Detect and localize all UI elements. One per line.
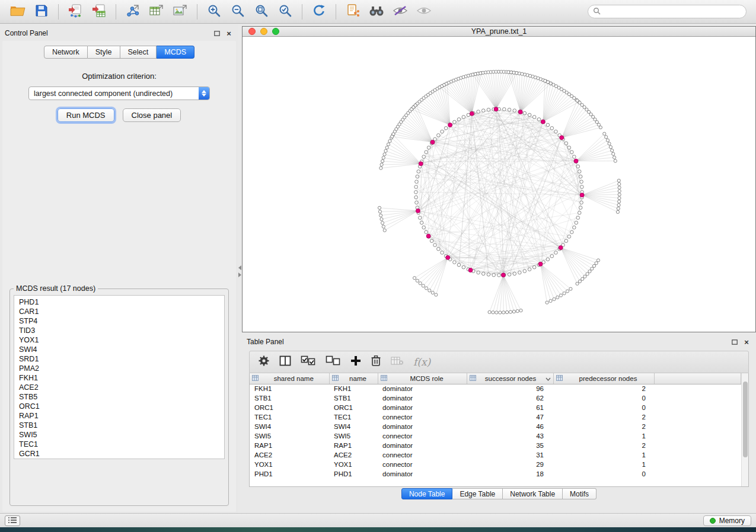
cell-successor-nodes[interactable]: 43 <box>467 431 553 441</box>
network-window-titlebar[interactable]: YPA_prune.txt_1 <box>243 27 755 37</box>
cell-name[interactable]: YOX1 <box>329 460 378 469</box>
cell-name[interactable]: ORC1 <box>329 403 378 412</box>
table-scrollbar-thumb[interactable] <box>743 382 748 457</box>
cell-successor-nodes[interactable]: 96 <box>467 384 553 393</box>
cell-shared-name[interactable]: ACE2 <box>250 450 329 460</box>
delete-table-button[interactable] <box>391 356 404 368</box>
tab-network-table[interactable]: Network Table <box>503 488 563 499</box>
refresh-view-button[interactable] <box>307 2 331 21</box>
tab-mcds[interactable]: MCDS <box>157 46 194 59</box>
hide-details-button[interactable] <box>388 2 412 21</box>
cell-successor-nodes[interactable]: 46 <box>467 422 553 431</box>
cell-mcds-role[interactable]: dominator <box>378 469 467 479</box>
mcds-result-item[interactable]: TID3 <box>19 326 224 335</box>
cell-predecessor-nodes[interactable]: 2 <box>553 384 654 393</box>
cell-name[interactable]: SWI5 <box>329 431 378 441</box>
network-graph[interactable] <box>243 37 755 332</box>
table-row[interactable]: YOX1 YOX1 connector 29 1 <box>250 460 741 469</box>
cell-mcds-role[interactable]: connector <box>378 412 467 422</box>
cell-successor-nodes[interactable]: 62 <box>467 393 553 403</box>
cell-name[interactable]: PHD1 <box>329 469 378 479</box>
table-row[interactable]: ACE2 ACE2 connector 31 1 <box>250 450 741 460</box>
mcds-result-item[interactable]: ORC1 <box>19 402 224 411</box>
table-row[interactable]: STB1 STB1 dominator 62 0 <box>250 393 741 403</box>
close-panel-icon[interactable]: × <box>224 28 234 38</box>
cell-mcds-role[interactable]: dominator <box>378 403 467 412</box>
cell-shared-name[interactable]: PHD1 <box>250 469 329 479</box>
function-builder-button[interactable]: f(x) <box>413 356 430 368</box>
save-session-button[interactable] <box>30 2 53 21</box>
float-panel-icon[interactable] <box>212 28 222 38</box>
table-row[interactable]: TEC1 TEC1 connector 47 2 <box>250 412 741 422</box>
import-table-button[interactable] <box>87 2 111 21</box>
mcds-result-item[interactable]: PHD1 <box>19 297 224 307</box>
run-mcds-button[interactable]: Run MCDS <box>58 108 114 122</box>
cell-name[interactable]: STB1 <box>329 393 378 403</box>
float-table-panel-icon[interactable] <box>730 337 739 347</box>
cell-shared-name[interactable]: FKH1 <box>250 384 329 393</box>
cell-successor-nodes[interactable]: 35 <box>467 441 553 450</box>
table-row[interactable]: FKH1 FKH1 dominator 96 2 <box>250 384 741 393</box>
tab-select[interactable]: Select <box>120 46 157 59</box>
cell-predecessor-nodes[interactable]: 2 <box>553 412 654 422</box>
export-network-button[interactable] <box>341 2 365 21</box>
cell-mcds-role[interactable]: dominator <box>378 393 467 403</box>
mcds-result-item[interactable]: FKH1 <box>19 373 224 383</box>
new-network-button[interactable] <box>121 2 145 21</box>
close-panel-button[interactable]: Close panel <box>123 108 181 122</box>
cell-shared-name[interactable]: STB1 <box>250 393 329 403</box>
tab-edge-table[interactable]: Edge Table <box>452 488 503 499</box>
tab-motifs[interactable]: Motifs <box>563 488 596 499</box>
status-menu-button[interactable] <box>5 515 20 526</box>
mcds-result-item[interactable]: RAP1 <box>19 411 224 421</box>
column-header-shared-name[interactable]: shared name <box>250 373 329 384</box>
cell-shared-name[interactable]: RAP1 <box>250 441 329 450</box>
import-network-button[interactable] <box>63 2 87 21</box>
select-all-button[interactable] <box>301 355 316 368</box>
mcds-result-item[interactable]: YOX1 <box>19 335 224 345</box>
mcds-result-item[interactable]: ACE2 <box>19 383 224 392</box>
table-row[interactable]: ORC1 ORC1 dominator 61 0 <box>250 403 741 412</box>
mcds-result-item[interactable]: STP4 <box>19 316 224 326</box>
cell-predecessor-nodes[interactable]: 0 <box>553 469 654 479</box>
show-columns-button[interactable] <box>279 355 291 368</box>
cell-predecessor-nodes[interactable]: 1 <box>553 431 654 441</box>
mcds-result-item[interactable]: TEC1 <box>19 440 224 449</box>
mcds-result-item[interactable]: STB5 <box>19 392 224 402</box>
tab-node-table[interactable]: Node Table <box>401 488 453 499</box>
show-details-button[interactable] <box>412 2 436 21</box>
cell-name[interactable]: TEC1 <box>329 412 378 422</box>
cell-mcds-role[interactable]: dominator <box>378 441 467 450</box>
cell-mcds-role[interactable]: dominator <box>378 422 467 431</box>
cell-name[interactable]: RAP1 <box>329 441 378 450</box>
global-search-box[interactable] <box>588 5 747 18</box>
column-header-predecessor-nodes[interactable]: predecessor nodes <box>553 373 654 384</box>
cell-mcds-role[interactable]: dominator <box>378 384 467 393</box>
zoom-selected-button[interactable] <box>273 2 297 21</box>
memory-button[interactable]: Memory <box>703 515 751 526</box>
cell-mcds-role[interactable]: connector <box>378 450 467 460</box>
cell-predecessor-nodes[interactable]: 1 <box>553 450 654 460</box>
cell-predecessor-nodes[interactable]: 2 <box>553 441 654 450</box>
search-input[interactable] <box>604 8 741 16</box>
mcds-result-item[interactable]: GCR1 <box>19 449 224 459</box>
sort-chevron-down-icon[interactable] <box>546 375 551 382</box>
expand-right-icon[interactable] <box>238 273 241 277</box>
create-column-button[interactable] <box>350 355 361 368</box>
search-network-button[interactable] <box>365 2 388 21</box>
cell-successor-nodes[interactable]: 61 <box>467 403 553 412</box>
mcds-result-list[interactable]: PHD1 CAR1 STP4 TID3 YOX1 SWI4 SRD1 PMA2 <box>14 295 225 459</box>
table-row[interactable]: SWI5 SWI5 connector 43 1 <box>250 431 741 441</box>
new-table-button[interactable] <box>145 2 168 21</box>
close-table-panel-icon[interactable]: × <box>742 337 751 347</box>
mcds-result-item[interactable]: SWI4 <box>19 345 224 354</box>
cell-name[interactable]: SWI4 <box>329 422 378 431</box>
cell-predecessor-nodes[interactable]: 1 <box>553 460 654 469</box>
cell-successor-nodes[interactable]: 47 <box>467 412 553 422</box>
column-header-successor-nodes[interactable]: successor nodes <box>467 373 553 384</box>
cell-shared-name[interactable]: SWI5 <box>250 431 329 441</box>
tab-style[interactable]: Style <box>88 46 120 59</box>
collapse-left-icon[interactable] <box>238 265 241 270</box>
cell-predecessor-nodes[interactable]: 0 <box>553 393 654 403</box>
column-header-name[interactable]: name <box>329 373 378 384</box>
